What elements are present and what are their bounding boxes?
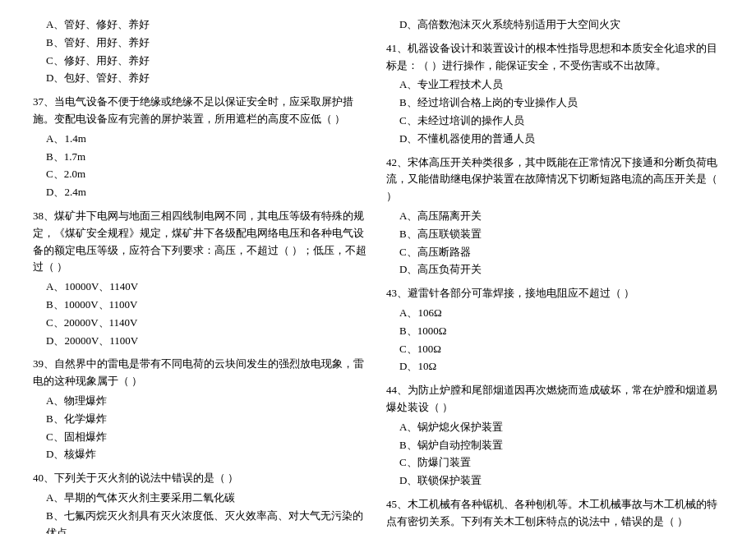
- question-title: 38、煤矿井下电网与地面三相四线制电网不同，其电压等级有特殊的规定，《煤矿安全规…: [33, 208, 370, 276]
- question-block: 37、当电气设备不便于绝缘或绝缘不足以保证安全时，应采取屏护措施。变配电设备应有…: [33, 94, 370, 201]
- option: B、经过培训合格上岗的专业操作人员: [399, 94, 723, 112]
- option: C、防爆门装置: [399, 454, 723, 472]
- option: B、七氟丙烷灭火剂具有灭火浓度低、灭火效率高、对大气无污染的优点: [46, 508, 370, 534]
- option: D、核爆炸: [46, 446, 370, 463]
- option: D、高压负荷开关: [399, 261, 723, 279]
- option: D、10Ω: [399, 358, 723, 375]
- question-block: 43、避雷针各部分可靠焊接，接地电阻应不超过（ ）A、106ΩB、1000ΩC、…: [386, 285, 723, 375]
- right-column: D、高倍数泡沫灭火系统特别适用于大空间火灾41、机器设备设计和装置设计的根本性指…: [386, 16, 723, 534]
- question-title: 37、当电气设备不便于绝缘或绝缘不足以保证安全时，应采取屏护措施。变配电设备应有…: [33, 94, 370, 128]
- question-title: 39、自然界中的雷电是带有不同电荷的云块间发生的强烈放电现象，雷电的这种现象属于…: [33, 356, 370, 390]
- question-title: 44、为防止炉膛和尾部烟道因再次燃烧而造成破坏，常在炉膛和烟道易爆处装设（ ）: [386, 382, 723, 417]
- option: D、2.4m: [46, 184, 370, 201]
- left-column: A、管好、修好、养好B、管好、用好、养好C、修好、用好、养好D、包好、管好、养好…: [33, 16, 370, 534]
- option: A、10000V、1140V: [46, 279, 370, 296]
- option: A、1.4m: [46, 131, 370, 148]
- question-block: 40、下列关于灭火剂的说法中错误的是（ ）A、早期的气体灭火剂主要采用二氧化碳B…: [33, 470, 370, 534]
- option: A、物理爆炸: [46, 393, 370, 410]
- question-block: 41、机器设备设计和装置设计的根本性指导思想和本质安全化追求的目标是：（ ）进行…: [386, 40, 723, 148]
- option: B、管好、用好、养好: [46, 35, 370, 52]
- option: C、100Ω: [399, 341, 723, 358]
- option: D、不懂机器使用的普通人员: [399, 131, 723, 148]
- option: B、锅炉自动控制装置: [399, 437, 723, 454]
- question-title: 42、宋体高压开关种类很多，其中既能在正常情况下接通和分断负荷电流，又能借助继电…: [386, 154, 723, 205]
- option: D、包好、管好、养好: [46, 70, 370, 87]
- question-title: 45、木工机械有各种锯机、各种刨机等。木工机械事故与木工机械的特点有密切关系。下…: [386, 496, 723, 531]
- option: A、106Ω: [399, 305, 723, 322]
- option: D、高倍数泡沫灭火系统特别适用于大空间火灾: [399, 16, 723, 34]
- question-block: 42、宋体高压开关种类很多，其中既能在正常情况下接通和分断负荷电流，又能借助继电…: [386, 154, 723, 279]
- option: B、1000Ω: [399, 323, 723, 340]
- option: B、高压联锁装置: [399, 226, 723, 243]
- option: A、专业工程技术人员: [399, 76, 723, 94]
- option: C、未经过培训的操作人员: [399, 113, 723, 130]
- option: C、2.0m: [46, 166, 370, 183]
- option: D、联锁保护装置: [399, 472, 723, 490]
- exam-page: A、管好、修好、养好B、管好、用好、养好C、修好、用好、养好D、包好、管好、养好…: [0, 0, 756, 534]
- option: D、20000V、1100V: [46, 333, 370, 350]
- option: A、管好、修好、养好: [46, 16, 370, 34]
- option: B、1.7m: [46, 149, 370, 166]
- question-block: 39、自然界中的雷电是带有不同电荷的云块间发生的强烈放电现象，雷电的这种现象属于…: [33, 356, 370, 463]
- option: A、早期的气体灭火剂主要采用二氧化碳: [46, 490, 370, 507]
- option: C、20000V、1140V: [46, 315, 370, 332]
- option: C、固相爆炸: [46, 429, 370, 446]
- option: B、10000V、1100V: [46, 297, 370, 314]
- question-title: 43、避雷针各部分可靠焊接，接地电阻应不超过（ ）: [386, 285, 723, 302]
- option: C、修好、用好、养好: [46, 53, 370, 70]
- question-group: A、管好、修好、养好B、管好、用好、养好C、修好、用好、养好D、包好、管好、养好: [33, 16, 370, 87]
- option: A、锅炉熄火保护装置: [399, 419, 723, 436]
- option: A、高压隔离开关: [399, 208, 723, 225]
- question-block: 45、木工机械有各种锯机、各种刨机等。木工机械事故与木工机械的特点有密切关系。下…: [386, 496, 723, 534]
- question-block: 44、为防止炉膛和尾部烟道因再次燃烧而造成破坏，常在炉膛和烟道易爆处装设（ ）A…: [386, 382, 723, 490]
- option: B、化学爆炸: [46, 411, 370, 428]
- content-columns: A、管好、修好、养好B、管好、用好、养好C、修好、用好、养好D、包好、管好、养好…: [33, 16, 723, 534]
- question-title: 40、下列关于灭火剂的说法中错误的是（ ）: [33, 470, 370, 487]
- option: C、高压断路器: [399, 244, 723, 261]
- question-title: 41、机器设备设计和装置设计的根本性指导思想和本质安全化追求的目标是：（ ）进行…: [386, 40, 723, 75]
- question-block: 38、煤矿井下电网与地面三相四线制电网不同，其电压等级有特殊的规定，《煤矿安全规…: [33, 208, 370, 349]
